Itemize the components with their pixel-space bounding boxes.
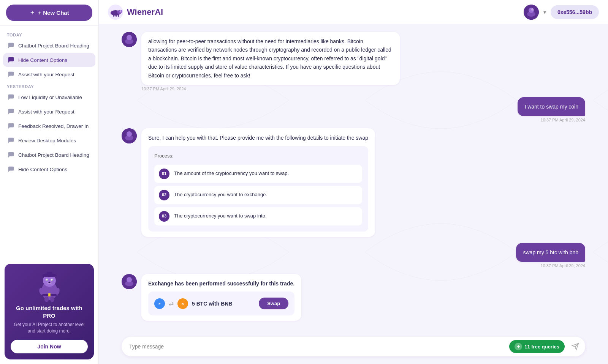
user-timestamp-1: 10:37 PM April 29, 2024 bbox=[541, 118, 585, 122]
svg-point-21 bbox=[120, 11, 121, 11]
plus-badge-icon: + bbox=[515, 343, 522, 350]
chat-icon-6 bbox=[8, 123, 14, 129]
step-number-1: 01 bbox=[159, 169, 169, 179]
wallet-address-button[interactable]: 0xe556...59bb bbox=[551, 5, 599, 19]
svg-point-9 bbox=[48, 282, 51, 283]
chat-icon-3 bbox=[8, 71, 14, 78]
swap-arrow-icon: ⇄ bbox=[169, 299, 174, 309]
chat-icon-9 bbox=[8, 166, 14, 173]
chat-icon-5 bbox=[8, 108, 14, 115]
brand-name: WienerAI bbox=[127, 7, 163, 17]
chat-icon-8 bbox=[8, 151, 14, 158]
bot-avatar-2 bbox=[122, 128, 137, 143]
free-queries-label: 11 free queries bbox=[524, 344, 559, 350]
join-now-button[interactable]: Join Now bbox=[11, 340, 88, 353]
sidebar-item-assist-2[interactable]: Assist with your Request bbox=[3, 105, 95, 118]
svg-point-37 bbox=[127, 277, 132, 282]
bot-avatar-3 bbox=[122, 274, 137, 289]
bot-message-3: Exchange has been performed successfully… bbox=[141, 274, 301, 321]
step-number-3: 03 bbox=[159, 211, 169, 222]
bot-message-row-2: Sure, I can help you with that. Please p… bbox=[122, 128, 585, 236]
nav-item-label: Chatbot Project Board Heading bbox=[18, 43, 89, 49]
nav-item-label: Review Desktop Modules bbox=[18, 138, 76, 143]
user-message-row-2: swap my 5 btc with bnb 10:37 PM April 29… bbox=[122, 243, 585, 268]
sidebar-item-hide-content[interactable]: Hide Content Options bbox=[3, 53, 95, 67]
exchange-success-text: Exchange has been performed successfully… bbox=[148, 280, 294, 287]
sidebar-item-hide-2[interactable]: Hide Content Options bbox=[3, 162, 95, 176]
bot-message-2: Sure, I can help you with that. Please p… bbox=[141, 128, 375, 236]
plus-icon: ＋ bbox=[29, 9, 35, 16]
bot-message-1: allowing for peer-to-peer transactions w… bbox=[141, 32, 400, 85]
svg-rect-22 bbox=[113, 15, 114, 17]
svg-point-28 bbox=[531, 8, 534, 11]
svg-point-6 bbox=[46, 280, 48, 281]
message-timestamp: 10:37 PM April 29, 2024 bbox=[141, 87, 400, 91]
brand-logo-icon bbox=[108, 5, 123, 20]
step-text-1: The amount of the cryptocurrency you wan… bbox=[174, 170, 289, 178]
process-title: Process: bbox=[154, 152, 362, 160]
bot-avatar bbox=[122, 32, 137, 47]
section-label-today: TODAY bbox=[3, 30, 95, 39]
chat-icon-7 bbox=[8, 137, 14, 144]
svg-point-13 bbox=[50, 296, 54, 302]
svg-point-7 bbox=[51, 280, 52, 281]
step-text-3: The cryptocurrency you want to swap into… bbox=[174, 212, 267, 220]
nav-item-label: Low Liquidity or Unavailable bbox=[18, 95, 82, 100]
svg-rect-24 bbox=[118, 15, 119, 17]
sidebar-item-assist-1[interactable]: Assist with your Request bbox=[3, 68, 95, 81]
process-step-3: 03 The cryptocurrency you want to swap i… bbox=[154, 207, 362, 225]
topbar: WienerAI ▾ 0xe556...59bb bbox=[99, 0, 608, 24]
chat-icon bbox=[8, 42, 14, 49]
bot-message-row-3: Exchange has been performed successfully… bbox=[122, 274, 585, 321]
chat-input-wrapper: + 11 free queries bbox=[122, 337, 585, 356]
msg-col-1: allowing for peer-to-peer transactions w… bbox=[141, 32, 400, 91]
step-text-2: The cryptocurrency you want to exchange. bbox=[174, 191, 267, 199]
sidebar-item-chatbot-2[interactable]: Chatbot Project Board Heading bbox=[3, 148, 95, 162]
new-chat-button[interactable]: ＋ + New Chat bbox=[6, 5, 92, 21]
promo-desc: Get your AI Project to another level and… bbox=[11, 321, 88, 334]
svg-point-31 bbox=[127, 35, 132, 40]
sidebar-item-liquidity[interactable]: Low Liquidity or Unavailable bbox=[3, 90, 95, 104]
svg-rect-3 bbox=[47, 272, 52, 276]
main-area: WienerAI ▾ 0xe556...59bb bbox=[99, 0, 608, 364]
coin-icon-btc: B bbox=[177, 298, 188, 309]
user-message-1: I want to swap my coin bbox=[518, 97, 585, 116]
user-msg-col-2: swap my 5 btc with bnb 10:37 PM April 29… bbox=[516, 243, 585, 268]
nav-item-label: Assist with your Request bbox=[18, 109, 74, 115]
nav-item-label: Hide Content Options bbox=[18, 57, 67, 63]
svg-rect-23 bbox=[116, 15, 117, 17]
bot-message-text: allowing for peer-to-peer transactions w… bbox=[148, 38, 391, 79]
send-icon bbox=[572, 343, 579, 350]
process-step-1: 01 The amount of the cryptocurrency you … bbox=[154, 165, 362, 183]
send-button[interactable] bbox=[568, 340, 582, 353]
swap-button[interactable]: Swap bbox=[259, 298, 288, 309]
svg-point-12 bbox=[44, 296, 48, 302]
sidebar-item-chatbot-1[interactable]: Chatbot Project Board Heading bbox=[3, 39, 95, 52]
sidebar-nav: TODAY Chatbot Project Board Heading Hide… bbox=[0, 26, 98, 259]
brand-area: WienerAI bbox=[108, 5, 163, 20]
user-msg-col: I want to swap my coin 10:37 PM April 29… bbox=[518, 97, 585, 122]
svg-point-34 bbox=[127, 131, 132, 137]
user-message-row-1: I want to swap my coin 10:37 PM April 29… bbox=[122, 97, 585, 122]
exchange-card: E ⇄ B 5 BTC with BNB Swap bbox=[148, 292, 294, 315]
chat-input[interactable] bbox=[129, 344, 505, 350]
sidebar-item-review[interactable]: Review Desktop Modules bbox=[3, 134, 95, 147]
process-step-2: 02 The cryptocurrency you want to exchan… bbox=[154, 186, 362, 204]
sidebar: ＋ + New Chat TODAY Chatbot Project Board… bbox=[0, 0, 99, 364]
svg-text:B: B bbox=[182, 303, 184, 306]
step-number-2: 02 bbox=[159, 190, 169, 200]
chevron-down-icon[interactable]: ▾ bbox=[543, 9, 546, 15]
msg-col-3: Exchange has been performed successfully… bbox=[141, 274, 301, 321]
nav-item-label: Chatbot Project Board Heading bbox=[18, 152, 89, 158]
user-message-2: swap my 5 btc with bnb bbox=[516, 243, 585, 262]
process-card: Process: 01 The amount of the cryptocurr… bbox=[148, 146, 368, 232]
chat-icon-2 bbox=[8, 57, 14, 63]
coin-icon-eth: E bbox=[154, 298, 165, 309]
promo-card: Go unlimited trades with PRO Get your AI… bbox=[5, 264, 94, 359]
sidebar-header: ＋ + New Chat bbox=[0, 0, 98, 26]
mascot-icon bbox=[34, 270, 65, 302]
sidebar-item-feedback[interactable]: Feedback Resolved, Drawer In bbox=[3, 119, 95, 133]
wallet-avatar[interactable] bbox=[524, 5, 539, 20]
chat-area: allowing for peer-to-peer transactions w… bbox=[99, 24, 608, 331]
svg-text:E: E bbox=[158, 303, 161, 306]
